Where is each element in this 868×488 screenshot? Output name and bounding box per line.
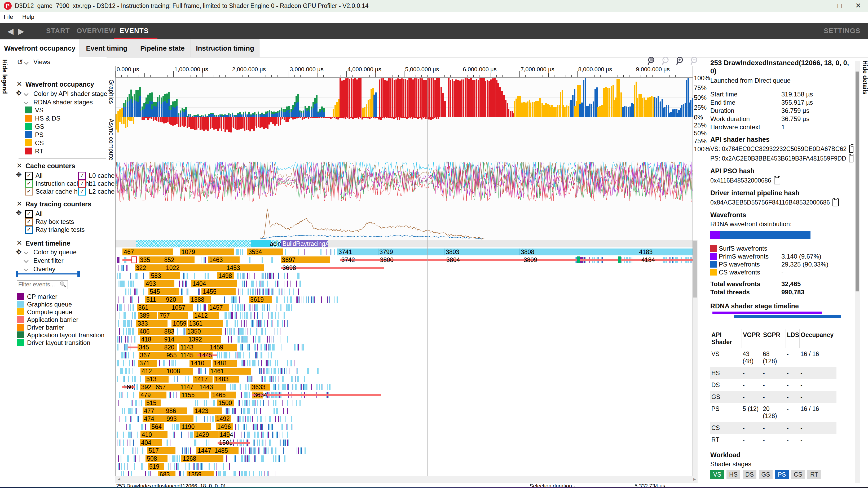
event-tick[interactable] bbox=[277, 281, 278, 287]
event-tick[interactable] bbox=[259, 400, 259, 406]
event-tick[interactable] bbox=[125, 376, 125, 382]
event-tick[interactable] bbox=[271, 368, 272, 375]
event-tick[interactable] bbox=[294, 344, 296, 351]
event-tick[interactable] bbox=[198, 368, 198, 375]
event-tick[interactable] bbox=[287, 384, 287, 390]
event-tick[interactable] bbox=[239, 296, 240, 303]
event-tick[interactable] bbox=[141, 463, 143, 470]
event-tick[interactable] bbox=[285, 281, 285, 287]
event-tick[interactable] bbox=[204, 416, 205, 422]
event-tick[interactable] bbox=[223, 471, 224, 477]
event-tick[interactable] bbox=[125, 272, 125, 279]
event-tick[interactable] bbox=[253, 360, 255, 366]
event-tick[interactable] bbox=[275, 328, 275, 335]
event-tick[interactable] bbox=[327, 249, 327, 255]
event-tick[interactable] bbox=[187, 289, 188, 295]
event-tick[interactable] bbox=[182, 281, 183, 287]
event-tick[interactable] bbox=[285, 440, 286, 446]
event-tick[interactable] bbox=[142, 448, 144, 454]
event-tick[interactable] bbox=[181, 400, 181, 406]
event-tick[interactable] bbox=[139, 455, 140, 462]
event-tick[interactable] bbox=[253, 304, 253, 311]
event-tick[interactable] bbox=[301, 384, 302, 390]
event-tick[interactable] bbox=[250, 304, 250, 311]
event-tick[interactable] bbox=[297, 368, 298, 375]
event-tick[interactable] bbox=[270, 416, 271, 422]
event-tick[interactable] bbox=[270, 272, 271, 279]
event-tick[interactable] bbox=[330, 249, 331, 255]
event-tick[interactable] bbox=[226, 352, 227, 358]
event-tick[interactable] bbox=[268, 448, 268, 454]
event-tick[interactable] bbox=[200, 368, 202, 375]
event-tick[interactable] bbox=[240, 344, 242, 351]
minimize-button[interactable]: — bbox=[813, 0, 829, 11]
event-tick[interactable] bbox=[177, 328, 178, 335]
event-tick[interactable] bbox=[268, 400, 269, 406]
event-tick[interactable] bbox=[259, 289, 259, 295]
event-tick[interactable] bbox=[244, 272, 244, 279]
event-tick[interactable] bbox=[198, 289, 199, 295]
event-tick[interactable] bbox=[268, 431, 269, 438]
event-tick[interactable] bbox=[266, 440, 266, 446]
event-tick[interactable] bbox=[294, 360, 294, 366]
event-tick[interactable] bbox=[267, 336, 268, 343]
event-tick[interactable] bbox=[244, 336, 246, 343]
event-tick[interactable] bbox=[204, 400, 205, 406]
event-tick[interactable] bbox=[173, 424, 173, 430]
event-tick[interactable] bbox=[125, 416, 126, 422]
event-tick[interactable] bbox=[163, 360, 164, 366]
event-tick[interactable] bbox=[243, 328, 244, 335]
event-tick[interactable] bbox=[173, 360, 173, 366]
event-tick[interactable] bbox=[118, 281, 119, 287]
event-tick[interactable] bbox=[188, 448, 189, 454]
event-tick[interactable] bbox=[265, 312, 265, 319]
event-tick[interactable] bbox=[257, 424, 258, 430]
event-tick[interactable] bbox=[119, 440, 120, 446]
event-tick[interactable] bbox=[276, 304, 276, 311]
event-tick[interactable] bbox=[119, 392, 120, 398]
event-tick[interactable] bbox=[244, 304, 245, 311]
event-tick[interactable] bbox=[260, 416, 260, 422]
event-tick[interactable] bbox=[206, 257, 206, 263]
event-tick[interactable] bbox=[205, 304, 206, 311]
event-tick[interactable] bbox=[238, 328, 238, 335]
event-tick[interactable] bbox=[327, 296, 328, 303]
event-tick[interactable] bbox=[298, 272, 298, 279]
event-tick[interactable] bbox=[180, 471, 181, 477]
event-tick[interactable] bbox=[145, 424, 146, 430]
event-tick[interactable] bbox=[249, 272, 249, 279]
event-tick[interactable] bbox=[226, 408, 227, 414]
event-tick[interactable] bbox=[254, 416, 254, 422]
event-tick[interactable] bbox=[177, 392, 177, 398]
event-tick[interactable] bbox=[262, 304, 264, 311]
event-tick[interactable] bbox=[259, 368, 260, 375]
event-tick[interactable] bbox=[128, 352, 129, 358]
event-tick[interactable] bbox=[287, 440, 288, 446]
event-tick[interactable] bbox=[240, 304, 241, 311]
event-tick[interactable] bbox=[264, 448, 265, 454]
event-tick[interactable] bbox=[259, 448, 259, 454]
event-tick[interactable] bbox=[228, 312, 229, 319]
event-tick[interactable] bbox=[290, 296, 292, 303]
event-tick[interactable] bbox=[276, 408, 278, 414]
event-tick[interactable] bbox=[301, 448, 302, 454]
event-tick[interactable] bbox=[265, 416, 265, 422]
event-tick[interactable] bbox=[269, 352, 269, 358]
event-tick[interactable] bbox=[254, 272, 255, 279]
event-tick[interactable] bbox=[233, 408, 234, 414]
event-tick[interactable] bbox=[269, 336, 270, 343]
event-tick[interactable] bbox=[119, 272, 121, 279]
event-tick[interactable] bbox=[233, 471, 234, 477]
event-tick[interactable] bbox=[251, 352, 251, 358]
event-tick[interactable] bbox=[220, 463, 220, 470]
event-tick[interactable] bbox=[276, 400, 276, 406]
event-tick[interactable] bbox=[143, 272, 144, 279]
event-tick[interactable] bbox=[179, 471, 180, 477]
event-tick[interactable] bbox=[203, 440, 203, 446]
event-tick[interactable] bbox=[228, 312, 228, 319]
event-tick[interactable] bbox=[131, 471, 132, 477]
event-tick[interactable] bbox=[231, 312, 231, 319]
event-tick[interactable] bbox=[122, 281, 123, 287]
event-tick[interactable] bbox=[123, 281, 124, 287]
event-tick[interactable] bbox=[183, 281, 184, 287]
